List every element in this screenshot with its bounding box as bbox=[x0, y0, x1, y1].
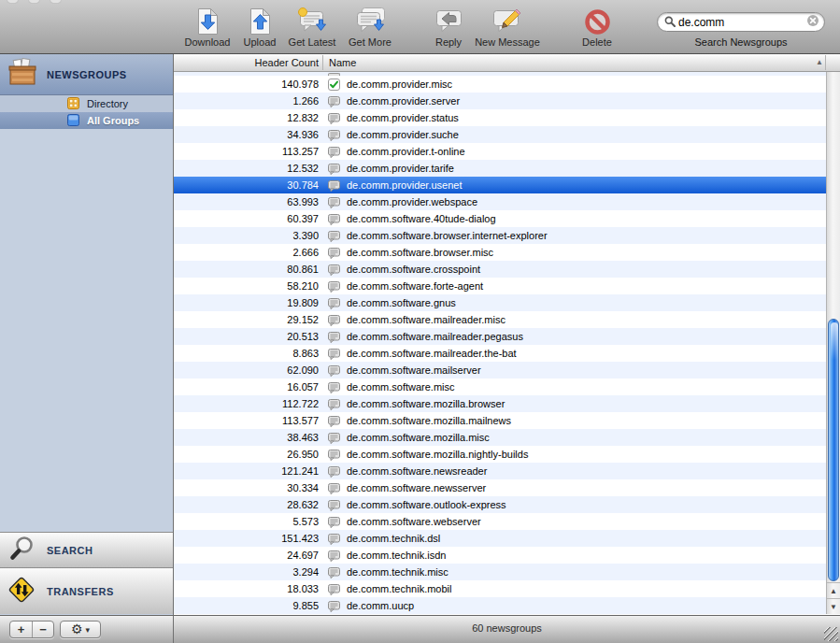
table-row[interactable]: 2.666de.comm.software.browser.misc bbox=[174, 244, 826, 261]
table-row[interactable]: 113.577de.comm.software.mozilla.mailnews bbox=[174, 412, 826, 429]
scrollbar-thumb[interactable] bbox=[828, 319, 839, 581]
newsgroup-icon bbox=[328, 230, 340, 242]
table-row[interactable]: 30.784de.comm.provider.usenet bbox=[174, 177, 826, 193]
table-row[interactable]: 19.809de.comm.software.gnus bbox=[174, 294, 826, 311]
column-divider[interactable] bbox=[322, 55, 323, 70]
newsgroup-name-cell: de.comm.software.gnus bbox=[347, 297, 456, 308]
toolbar-label: Get Latest bbox=[284, 36, 340, 48]
header-count-cell: 34.936 bbox=[174, 129, 319, 140]
table-row[interactable]: 58.210de.comm.software.forte-agent bbox=[174, 278, 826, 294]
delete-button[interactable]: Delete bbox=[569, 5, 625, 48]
remove-group-button[interactable]: − bbox=[32, 622, 53, 637]
table-row[interactable]: 80.861de.comm.software.crosspoint bbox=[174, 261, 826, 278]
sidebar-item-label: All Groups bbox=[87, 115, 139, 126]
newsgroup-icon bbox=[328, 95, 340, 107]
table-row[interactable]: 112.722de.comm.software.mozilla.browser bbox=[174, 395, 826, 412]
table-row[interactable]: 38.463de.comm.software.mozilla.misc bbox=[174, 429, 826, 446]
newsgroup-icon bbox=[328, 196, 340, 208]
vertical-scrollbar[interactable]: ▲ ▼ bbox=[826, 72, 840, 614]
newsgroup-name-cell: de.comm.uucp bbox=[347, 600, 414, 611]
table-row[interactable]: 28.632de.comm.software.outlook-express bbox=[174, 496, 826, 513]
table-row[interactable]: 151.423de.comm.technik.dsl bbox=[174, 530, 826, 547]
header-count-cell: 62.090 bbox=[174, 364, 319, 376]
get-more-button[interactable]: Get More bbox=[342, 5, 398, 48]
get-latest-button[interactable]: Get Latest bbox=[284, 5, 340, 48]
table-row[interactable]: 62.090de.comm.software.mailserver bbox=[174, 362, 826, 379]
newsgroup-icon bbox=[328, 297, 340, 309]
newsgroup-name-cell: de.comm.software.browser.internet-explor… bbox=[347, 230, 548, 241]
header-count-cell: 19.809 bbox=[174, 297, 319, 308]
close-button[interactable] bbox=[7, 0, 18, 3]
table-row[interactable]: 121.241de.comm.software.newsreader bbox=[174, 463, 826, 479]
newsgroup-icon bbox=[328, 264, 340, 276]
table-row[interactable]: 1.266de.comm.provider.server bbox=[174, 93, 826, 109]
sidebar-section-label: SEARCH bbox=[47, 545, 93, 556]
table-row[interactable]: 113.257de.comm.provider.t-online bbox=[174, 143, 826, 160]
sidebar-section-newsgroups[interactable]: NEWSGROUPS bbox=[0, 54, 173, 95]
newsgroup-name-cell: de.comm.provider.tarife bbox=[347, 163, 454, 174]
table-row[interactable]: 30.334de.comm.software.newsserver bbox=[174, 479, 826, 496]
search-input[interactable] bbox=[678, 16, 806, 29]
header-count-cell: 38.463 bbox=[174, 432, 319, 443]
clear-circle-icon[interactable] bbox=[806, 14, 819, 31]
table-row[interactable]: 5.573de.comm.software.webserver bbox=[174, 513, 826, 530]
sidebar-section-search[interactable]: SEARCH bbox=[0, 532, 173, 567]
header-count-cell: 28.632 bbox=[174, 499, 319, 510]
header-count-cell: 30.784 bbox=[174, 179, 319, 191]
header-count-cell: 26.950 bbox=[174, 449, 319, 460]
table-row[interactable]: 16.057de.comm.software.misc bbox=[174, 379, 826, 395]
table-row[interactable]: 3.294de.comm.technik.misc bbox=[174, 564, 826, 580]
all-groups-icon bbox=[67, 114, 79, 128]
resize-grip[interactable] bbox=[824, 627, 838, 641]
toolbar-label: Delete bbox=[569, 36, 625, 48]
upload-button[interactable]: Upload bbox=[235, 5, 284, 48]
newsgroup-icon bbox=[328, 381, 340, 393]
minimize-button[interactable] bbox=[29, 0, 39, 3]
zoom-button[interactable] bbox=[50, 0, 61, 3]
column-header-name[interactable]: Name bbox=[329, 54, 356, 71]
table-row[interactable]: 20.513de.comm.software.mailreader.pegasu… bbox=[174, 328, 826, 345]
newsgroup-name-cell: de.comm.software.crosspoint bbox=[347, 264, 480, 275]
table-row[interactable]: 140.978de.comm.provider.misc bbox=[174, 76, 826, 93]
table-row[interactable]: 63.993de.comm.provider.webspace bbox=[174, 193, 826, 210]
sidebar-section-transfers[interactable]: TRANSFERS bbox=[0, 567, 173, 614]
reply-button[interactable]: Reply bbox=[425, 5, 472, 48]
add-group-button[interactable]: + bbox=[10, 622, 32, 637]
table-row[interactable]: 8.863de.comm.software.mailreader.the-bat bbox=[174, 345, 826, 362]
table-row[interactable]: 3.390de.comm.software.browser.internet-e… bbox=[174, 227, 826, 244]
table-row[interactable]: 24.697de.comm.technik.isdn bbox=[174, 547, 826, 564]
toolbar: Download Upload Get Latest Get More Repl… bbox=[0, 0, 840, 54]
table-row[interactable]: 18.033de.comm.technik.mobil bbox=[174, 580, 826, 597]
newsgroup-name-cell: de.comm.software.40tude-dialog bbox=[347, 213, 496, 224]
newsgroup-icon bbox=[328, 179, 340, 192]
table-row[interactable]: 12.832de.comm.provider.status bbox=[174, 109, 826, 126]
table-row[interactable]: 60.397de.comm.software.40tude-dialog bbox=[174, 210, 826, 227]
scroll-up-icon[interactable]: ▲ bbox=[827, 582, 840, 598]
sidebar-section-label: NEWSGROUPS bbox=[47, 69, 127, 80]
sidebar-item-all-groups[interactable]: All Groups bbox=[0, 112, 173, 129]
column-header-header-count[interactable]: Header Count bbox=[174, 54, 319, 71]
search-field[interactable] bbox=[657, 12, 825, 32]
newsgroup-icon bbox=[328, 73, 340, 76]
header-count-cell: 29.152 bbox=[174, 314, 319, 325]
header-count-cell: 63.993 bbox=[174, 196, 319, 207]
table-row[interactable]: 26.950de.comm.software.mozilla.nightly-b… bbox=[174, 446, 826, 463]
scroll-down-icon[interactable]: ▼ bbox=[827, 598, 840, 614]
table-row[interactable]: 12.532de.comm.provider.tarife bbox=[174, 160, 826, 177]
newsgroup-name-cell: de.comm.software.webserver bbox=[347, 516, 481, 527]
newsgroup-icon bbox=[328, 516, 340, 528]
table-row[interactable]: 29.152de.comm.software.mailreader.misc bbox=[174, 311, 826, 328]
newsgroup-table: Header Count Name ▲ 140.978de.comm.provi… bbox=[174, 54, 840, 615]
header-count-cell: 5.573 bbox=[174, 516, 319, 527]
table-row[interactable]: 34.936de.comm.provider.suche bbox=[174, 126, 826, 143]
header-count-cell: 9.855 bbox=[174, 600, 319, 611]
action-menu-button[interactable]: ⚙ ▾ bbox=[60, 621, 101, 638]
header-count-cell: 2.666 bbox=[174, 247, 319, 258]
sidebar-item-directory[interactable]: Directory bbox=[0, 95, 173, 112]
table-row[interactable]: 9.855de.comm.uucp bbox=[174, 597, 826, 614]
newsgroup-name-cell: de.comm.software.mozilla.mailnews bbox=[347, 415, 511, 426]
newsgroup-icon bbox=[328, 465, 340, 478]
download-button[interactable]: Download bbox=[179, 5, 235, 48]
newsgroup-name-cell: de.comm.software.mailserver bbox=[347, 364, 481, 376]
new-message-button[interactable]: New Message bbox=[473, 5, 542, 48]
